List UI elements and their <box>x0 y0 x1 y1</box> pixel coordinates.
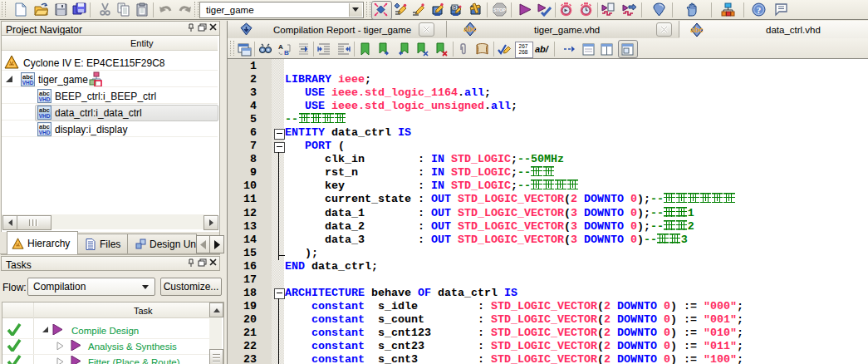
svg-text:?: ? <box>757 5 762 15</box>
svg-text:VHD: VHD <box>39 96 51 102</box>
svg-text:D: D <box>454 5 457 10</box>
svg-text:B: B <box>284 49 289 57</box>
svg-text:abc: abc <box>463 25 477 33</box>
svg-text:VHD: VHD <box>39 113 51 119</box>
svg-text:abc: abc <box>690 26 704 34</box>
svg-text:STOP: STOP <box>493 7 506 12</box>
svg-text:VHD: VHD <box>39 130 51 135</box>
svg-text:A: A <box>278 43 283 51</box>
svg-text:VHD: VHD <box>22 80 34 86</box>
